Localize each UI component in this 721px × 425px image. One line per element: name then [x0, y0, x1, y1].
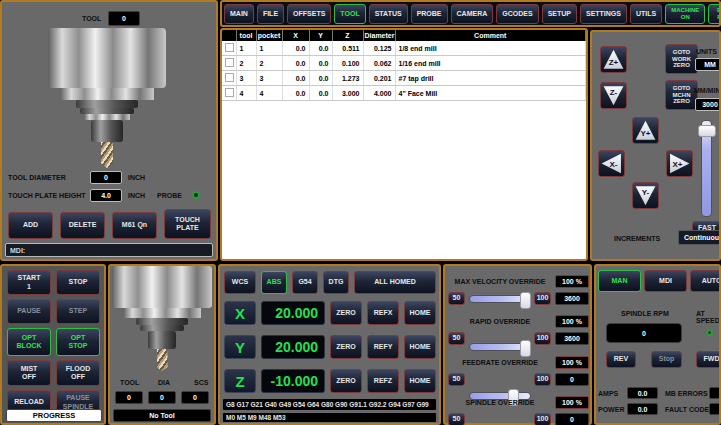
- goto-machine-zero-button[interactable]: GOTO MCHN ZERO: [665, 80, 698, 110]
- optional-stop-button[interactable]: OPT STOP: [56, 328, 100, 356]
- col-comment[interactable]: Comment: [395, 30, 586, 41]
- cnc-control-ui: TOOL 0 TOOL DIAMETER 0 INCH TOUCH PLATE …: [0, 0, 721, 425]
- tab-gcodes[interactable]: GCODES: [496, 4, 538, 24]
- jog-z-plus-button[interactable]: Z+: [600, 46, 627, 73]
- estop-reset-button[interactable]: ESTOP RESET: [708, 4, 721, 24]
- increments-select[interactable]: Continuous: [678, 230, 721, 245]
- tab-offsets[interactable]: OFFSETS: [287, 4, 331, 24]
- jog-panel: Z+ Z- GOTO WORK ZERO GOTO MCHN ZERO Y+ X…: [590, 30, 721, 261]
- col-pocket[interactable]: pocket: [256, 30, 282, 41]
- pause-button[interactable]: PAUSE: [7, 299, 51, 324]
- spindle-max-button[interactable]: 100: [534, 413, 551, 425]
- zero-z-button[interactable]: ZERO: [330, 369, 362, 393]
- spindle-fwd-button[interactable]: FWD: [696, 351, 721, 368]
- m61-button[interactable]: M61 Qn: [112, 212, 157, 239]
- tab-settings[interactable]: SETTINGS: [580, 4, 627, 24]
- units-value[interactable]: MM: [695, 58, 721, 71]
- tab-tool[interactable]: TOOL: [334, 4, 365, 24]
- col-tool[interactable]: tool: [236, 30, 256, 41]
- row-checkbox[interactable]: [225, 88, 234, 97]
- jog-y-plus-button[interactable]: Y+: [632, 117, 659, 144]
- rapid-max-button[interactable]: 100: [534, 332, 551, 345]
- touch-plate-button[interactable]: TOUCH PLATE: [164, 209, 211, 239]
- max-velocity-max-button[interactable]: 100: [534, 292, 551, 305]
- all-homed-button[interactable]: ALL HOMED: [354, 271, 436, 294]
- start-button[interactable]: START 1: [7, 270, 51, 295]
- tab-status[interactable]: STATUS: [369, 4, 408, 24]
- spindle-min-button[interactable]: 50: [448, 413, 465, 425]
- tool-table: tool pocket X Y Z Diameter Comment 11 0.…: [222, 30, 586, 101]
- table-row[interactable]: 33 0.00.0 1.2730.201 #7 tap drill: [222, 71, 586, 86]
- tab-file[interactable]: FILE: [257, 4, 284, 24]
- spindle-stop-button[interactable]: Stop: [651, 351, 682, 368]
- home-x-button[interactable]: HOME: [404, 301, 436, 325]
- feedrate-percent: 100 %: [555, 356, 589, 369]
- max-velocity-min-button[interactable]: 50: [448, 292, 465, 305]
- optional-block-button[interactable]: OPT BLOCK: [7, 328, 51, 356]
- col-z[interactable]: Z: [332, 30, 363, 41]
- table-row[interactable]: 44 0.00.0 3.0004.000 4" Face Mill: [222, 86, 586, 101]
- feedrate-max-button[interactable]: 100: [534, 373, 551, 386]
- row-checkbox[interactable]: [225, 73, 234, 82]
- table-row[interactable]: 11 0.00.0 0.5110.125 1/8 end mill: [222, 41, 586, 56]
- zero-y-button[interactable]: ZERO: [330, 335, 362, 359]
- tool-status-value: 0: [115, 391, 143, 404]
- goto-work-zero-button[interactable]: GOTO WORK ZERO: [665, 44, 698, 74]
- home-y-button[interactable]: HOME: [404, 335, 436, 359]
- tab-setup[interactable]: SETUP: [542, 4, 577, 24]
- probe-led-icon: [192, 191, 200, 199]
- col-y[interactable]: Y: [309, 30, 332, 41]
- rapid-slider-handle[interactable]: [520, 340, 531, 357]
- dtg-button[interactable]: DTG: [323, 271, 349, 294]
- ref-z-button[interactable]: REFZ: [367, 369, 399, 393]
- table-row[interactable]: 22 0.00.0 0.1000.062 1/16 end mill: [222, 56, 586, 71]
- mdi-input[interactable]: MDI:: [5, 243, 213, 257]
- ref-y-button[interactable]: REFY: [367, 335, 399, 359]
- delete-tool-button[interactable]: DELETE: [60, 212, 105, 239]
- row-checkbox[interactable]: [225, 58, 234, 67]
- home-z-button[interactable]: HOME: [404, 369, 436, 393]
- wcs-button[interactable]: WCS: [224, 271, 256, 294]
- col-diameter[interactable]: Diameter: [363, 30, 395, 41]
- jog-y-minus-button[interactable]: Y-: [632, 182, 659, 209]
- ref-x-button[interactable]: REFX: [367, 301, 399, 325]
- add-tool-button[interactable]: ADD: [8, 212, 53, 239]
- stop-button[interactable]: STOP: [56, 270, 100, 295]
- jog-x-plus-button[interactable]: X+: [666, 150, 693, 177]
- jog-x-minus-button[interactable]: X-: [598, 150, 625, 177]
- jog-z-minus-button[interactable]: Z-: [600, 82, 627, 109]
- manual-mode-button[interactable]: MAN: [598, 270, 641, 292]
- active-gcodes: G8 G17 G21 G40 G49 G54 G64 G80 G90 G91.1…: [223, 399, 436, 410]
- mb-errors-value: 0: [709, 387, 721, 399]
- mist-button[interactable]: MIST OFF: [7, 360, 51, 386]
- tab-utils[interactable]: UTILS: [630, 4, 662, 24]
- touch-plate-height-input[interactable]: 4.0: [90, 189, 122, 202]
- rapid-slider[interactable]: [469, 343, 531, 351]
- mdi-mode-button[interactable]: MDI: [644, 270, 687, 292]
- tool-panel: TOOL 0 TOOL DIAMETER 0 INCH TOUCH PLATE …: [0, 0, 218, 261]
- step-button[interactable]: STEP: [56, 299, 100, 324]
- at-speed-label: AT SPEED: [696, 310, 720, 324]
- tab-camera[interactable]: CAMERA: [451, 4, 494, 24]
- spindle-rev-button[interactable]: REV: [606, 351, 636, 368]
- auto-mode-button[interactable]: AUTO: [690, 270, 721, 292]
- jog-speed-slider-handle[interactable]: [698, 125, 716, 137]
- flood-button[interactable]: FLOOD OFF: [56, 360, 100, 386]
- rapid-value: 3600: [555, 332, 589, 345]
- units-label: UNITS: [696, 48, 717, 55]
- tool-diameter-input[interactable]: 0: [90, 171, 122, 184]
- jog-speed-slider[interactable]: [701, 120, 712, 217]
- max-velocity-slider[interactable]: [469, 295, 531, 303]
- tab-main[interactable]: MAIN: [224, 4, 254, 24]
- row-checkbox[interactable]: [225, 43, 234, 52]
- feedrate-min-button[interactable]: 50: [448, 373, 465, 386]
- g54-button[interactable]: G54: [292, 271, 318, 294]
- jog-speed-value[interactable]: 3000: [695, 98, 721, 111]
- zero-x-button[interactable]: ZERO: [330, 301, 362, 325]
- tab-probe[interactable]: PROBE: [411, 4, 448, 24]
- abs-button[interactable]: ABS: [261, 271, 287, 294]
- rapid-min-button[interactable]: 50: [448, 332, 465, 345]
- col-x[interactable]: X: [282, 30, 309, 41]
- max-velocity-slider-handle[interactable]: [520, 292, 531, 309]
- machine-on-button[interactable]: MACHINE ON: [665, 4, 705, 24]
